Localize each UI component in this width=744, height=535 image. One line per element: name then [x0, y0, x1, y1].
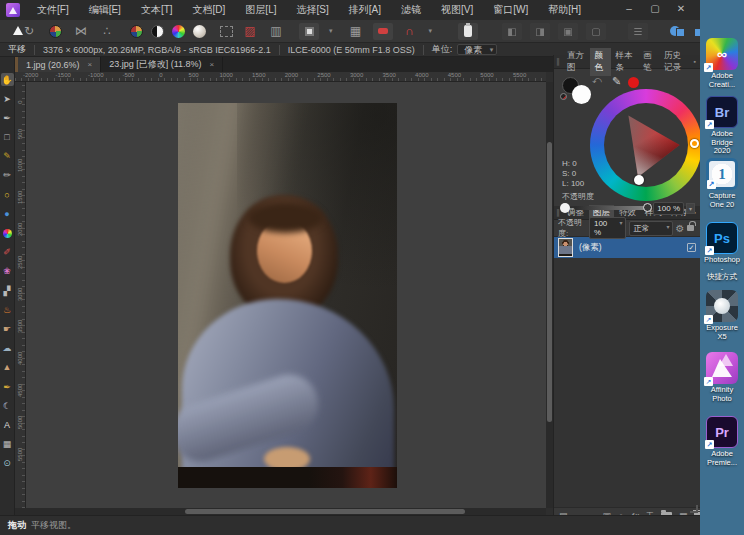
document-tab[interactable]: 23.jpg [已修改] (11.8%) ×: [101, 57, 223, 72]
move-tool-icon[interactable]: ➤: [1, 92, 14, 105]
flood-select-tool-icon[interactable]: ●: [1, 207, 14, 220]
tone-mapping-persona-icon[interactable]: [151, 25, 164, 38]
chevron-down-icon[interactable]: ▾: [429, 27, 433, 35]
exposure-x5-shortcut[interactable]: ↗Exposure X5: [702, 290, 742, 341]
view-pan-tool-icon[interactable]: ✋: [1, 73, 14, 86]
snapping-magnet-icon[interactable]: ∩: [401, 23, 419, 39]
gear-icon[interactable]: ⚙: [676, 223, 685, 234]
menu-item[interactable]: 选择[S]: [287, 0, 337, 20]
blur-tool-icon[interactable]: ☁: [1, 342, 14, 355]
lasso-tool-icon[interactable]: ○: [1, 188, 14, 201]
menu-item[interactable]: 滤镜: [392, 0, 430, 20]
pen-tool-icon[interactable]: ✒: [1, 111, 14, 124]
shortcut-arrow-icon: ↗: [704, 377, 713, 386]
layer-thumbnail[interactable]: [558, 238, 573, 257]
menu-item[interactable]: 帮助[H]: [539, 0, 590, 20]
swap-colors-icon[interactable]: ⤺: [592, 75, 602, 86]
panel-resize-grip[interactable]: [690, 505, 698, 513]
panel-grip-icon[interactable]: ∥: [556, 57, 560, 66]
status-hint: 平移视图。: [31, 519, 76, 532]
close-icon[interactable]: ×: [88, 60, 93, 69]
adobe-bridge-shortcut[interactable]: Br↗Adobe Bridge 2020: [702, 96, 742, 156]
boolean-add-icon[interactable]: [670, 25, 686, 38]
foreground-color-swatch[interactable]: [572, 85, 591, 104]
menu-item[interactable]: 文档[D]: [184, 0, 235, 20]
menu-item[interactable]: 视图[V]: [432, 0, 482, 20]
selection-box-icon[interactable]: [220, 26, 233, 37]
hsl-readout: H: 0 S: 0 L: 100: [562, 159, 584, 189]
maximize-button[interactable]: ▢: [642, 0, 668, 20]
panel-menu-icon[interactable]: ▪: [694, 58, 696, 65]
clone-stamp-tool-icon[interactable]: ☛: [1, 322, 14, 335]
deselect-icon[interactable]: ▨: [241, 23, 259, 39]
vertical-scrollbar[interactable]: [546, 82, 553, 508]
capture-one-shortcut[interactable]: 1↗Capture One 20: [702, 158, 742, 209]
adobe-creative-cloud-shortcut[interactable]: ∞↗Adobe Creati...: [702, 38, 742, 89]
smudge-tool-icon[interactable]: ▲: [1, 361, 14, 374]
paint-brush-tool-icon[interactable]: ✐: [1, 246, 14, 259]
ruler-tick-label: 2000: [285, 72, 298, 78]
liquify-persona-icon[interactable]: ⋈: [72, 23, 90, 39]
swirl-brush-tool-icon[interactable]: ❀: [1, 265, 14, 278]
color-persona-icon[interactable]: [172, 25, 185, 38]
export-share-icon[interactable]: ∴: [98, 23, 116, 39]
lightness-selector[interactable]: [634, 175, 644, 185]
zoom-tool-icon[interactable]: ⊙: [1, 457, 14, 470]
color-wheel-tool-icon[interactable]: [1, 227, 14, 240]
photoshop-shortcut[interactable]: Ps↗Photoshop - 快捷方式: [702, 222, 742, 282]
close-button[interactable]: ✕: [668, 0, 694, 20]
hue-selector[interactable]: [690, 139, 699, 148]
mesh-tool-icon[interactable]: ▦: [1, 438, 14, 451]
opacity-slider[interactable]: [574, 206, 649, 210]
invert-selection-icon[interactable]: ▥: [267, 23, 285, 39]
eyedropper-icon[interactable]: ✎: [612, 75, 621, 88]
units-dropdown[interactable]: 像素: [457, 44, 497, 55]
lock-icon[interactable]: [687, 225, 694, 231]
develop-persona-icon[interactable]: [46, 23, 64, 39]
affinity-photo-shortcut[interactable]: ↗Affinity Photo: [702, 352, 742, 403]
chevron-down-icon[interactable]: ▾: [686, 203, 695, 214]
color-picker-tool-icon[interactable]: ✏: [1, 169, 14, 182]
burn-tool-icon[interactable]: ♨: [1, 303, 14, 316]
horizontal-scrollbar[interactable]: [15, 508, 546, 515]
pixel-tool-icon[interactable]: ▞: [1, 284, 14, 297]
menu-item[interactable]: 图层[L]: [236, 0, 285, 20]
reset-colors-icon[interactable]: [560, 93, 567, 100]
blend-mode-dropdown[interactable]: 正常: [629, 221, 673, 236]
slider-knob[interactable]: [643, 203, 652, 212]
ruler-tick-label: 2500: [317, 72, 330, 78]
vector-brush-tool-icon[interactable]: ✎: [1, 150, 14, 163]
develop-persona-circle-icon[interactable]: [130, 25, 143, 38]
recent-color-swatch[interactable]: [628, 77, 639, 88]
sharpen-tool-icon[interactable]: ✒: [1, 380, 14, 393]
layer-opacity-dropdown[interactable]: 100 %: [589, 217, 626, 239]
assistant-button[interactable]: [458, 23, 478, 40]
quick-mask-button[interactable]: [299, 23, 319, 40]
crop-tool-icon[interactable]: □: [1, 131, 14, 144]
adobe-premiere-shortcut[interactable]: Pr↗Adobe Premie...: [702, 416, 742, 467]
color-swatches[interactable]: ⤺: [562, 77, 602, 107]
color-wheel[interactable]: [590, 89, 702, 201]
dodge-tool-icon[interactable]: ☾: [1, 399, 14, 412]
text-tool-icon[interactable]: A: [1, 418, 14, 431]
menu-item[interactable]: 编辑[E]: [80, 0, 130, 20]
color-panel: ⤺ ✎ H: 0 S: 0 L: 100 不透明度 100 % ▾: [554, 69, 700, 206]
menu-item[interactable]: 窗口[W]: [484, 0, 537, 20]
ruler-tick-label: 3000: [350, 72, 363, 78]
close-icon[interactable]: ×: [210, 60, 215, 69]
layer-row-selected[interactable]: (像素) ✓: [554, 237, 700, 258]
canvas-viewport[interactable]: [26, 82, 546, 508]
opacity-value[interactable]: 100 %: [653, 202, 684, 215]
document-tab[interactable]: 1.jpg (20.6%) ×: [18, 57, 101, 72]
export-persona-icon[interactable]: [193, 25, 206, 38]
minimize-button[interactable]: –: [616, 0, 642, 20]
menu-item[interactable]: 文本[T]: [132, 0, 182, 20]
chevron-down-icon[interactable]: ▾: [329, 27, 333, 35]
grid-icon[interactable]: ▦: [347, 23, 365, 39]
scrollbar-thumb[interactable]: [547, 142, 552, 422]
scrollbar-thumb[interactable]: [185, 509, 465, 514]
menu-item[interactable]: 文件[F]: [28, 0, 78, 20]
color-toggle-button[interactable]: [373, 23, 393, 40]
menu-item[interactable]: 排列[A]: [340, 0, 390, 20]
layer-visibility-checkbox[interactable]: ✓: [687, 243, 696, 252]
